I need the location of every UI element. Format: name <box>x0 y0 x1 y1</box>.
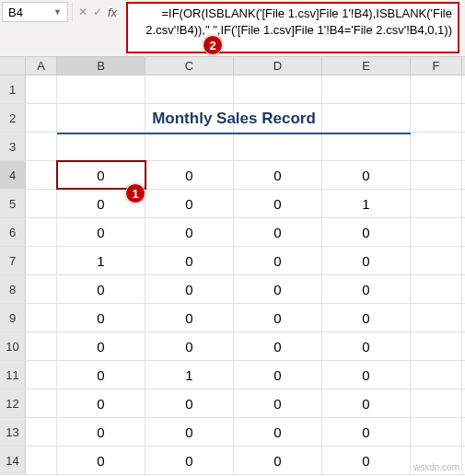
cell-E13[interactable]: 0 <box>322 418 411 446</box>
cell-B12[interactable]: 0 <box>57 389 145 417</box>
cell-E7[interactable]: 0 <box>322 247 411 274</box>
cell-A13[interactable] <box>26 418 57 446</box>
cell-F2[interactable] <box>411 104 462 132</box>
cell-C13[interactable]: 0 <box>145 418 234 446</box>
row-header[interactable]: 2 <box>0 104 26 132</box>
cancel-icon[interactable]: ✕ <box>78 6 87 18</box>
cell-A8[interactable] <box>26 275 57 303</box>
cell-C4[interactable]: 0 <box>145 161 234 189</box>
chevron-down-icon[interactable]: ▼ <box>53 7 62 17</box>
col-header-F[interactable]: F <box>411 57 462 75</box>
fx-icon[interactable]: fx <box>108 6 117 19</box>
cell-A6[interactable] <box>26 218 57 246</box>
cell-E9[interactable]: 0 <box>322 304 411 331</box>
row-header[interactable]: 9 <box>0 304 26 331</box>
cell-E4[interactable]: 0 <box>322 161 411 189</box>
cell-C9[interactable]: 0 <box>145 304 234 331</box>
cell-F3[interactable] <box>411 133 462 160</box>
enter-icon[interactable]: ✓ <box>93 6 102 18</box>
row-header[interactable]: 8 <box>0 275 26 303</box>
cell-D1[interactable] <box>234 75 322 103</box>
cell-B9[interactable]: 0 <box>57 304 145 331</box>
cell-F10[interactable] <box>411 332 462 360</box>
cell-F1[interactable] <box>411 75 462 103</box>
cell-B11[interactable]: 0 <box>57 361 145 389</box>
cell-A5[interactable] <box>26 190 57 217</box>
cell-D5[interactable]: 0 <box>234 190 322 217</box>
cell-D11[interactable]: 0 <box>234 361 322 389</box>
cell-D3[interactable] <box>234 133 322 160</box>
col-header-A[interactable]: A <box>26 57 57 75</box>
cell-C14[interactable]: 0 <box>145 447 234 474</box>
cell-A9[interactable] <box>26 304 57 331</box>
cell-A7[interactable] <box>26 247 57 274</box>
cell-C10[interactable]: 0 <box>145 332 234 360</box>
cell-B10[interactable]: 0 <box>57 332 145 360</box>
cell-C11[interactable]: 1 <box>145 361 234 389</box>
cell-A3[interactable] <box>26 133 57 160</box>
cell-B6[interactable]: 0 <box>57 218 145 246</box>
col-header-D[interactable]: D <box>234 57 322 75</box>
cell-E10[interactable]: 0 <box>322 332 411 360</box>
cell-F8[interactable] <box>411 275 462 303</box>
cell-A1[interactable] <box>26 75 57 103</box>
cell-E3[interactable] <box>322 133 411 160</box>
cell-D7[interactable]: 0 <box>234 247 322 274</box>
row-header[interactable]: 13 <box>0 418 26 446</box>
cell-D10[interactable]: 0 <box>234 332 322 360</box>
cell-D13[interactable]: 0 <box>234 418 322 446</box>
cell-F11[interactable] <box>411 361 462 389</box>
cell-F13[interactable] <box>411 418 462 446</box>
cell-E5[interactable]: 1 <box>322 190 411 217</box>
row-header[interactable]: 12 <box>0 389 26 417</box>
cell-C5[interactable]: 0 <box>145 190 234 217</box>
cell-F12[interactable] <box>411 389 462 417</box>
cell-D4[interactable]: 0 <box>234 161 322 189</box>
cell-A2[interactable] <box>26 104 57 132</box>
cell-F5[interactable] <box>411 190 462 217</box>
cell-C2[interactable] <box>145 104 234 132</box>
cell-E1[interactable] <box>322 75 411 103</box>
cell-D14[interactable]: 0 <box>234 447 322 474</box>
cell-B7[interactable]: 1 <box>57 247 145 274</box>
cell-D9[interactable]: 0 <box>234 304 322 331</box>
row-header[interactable]: 4 <box>0 161 26 189</box>
row-header[interactable]: 10 <box>0 332 26 360</box>
cell-A10[interactable] <box>26 332 57 360</box>
cell-E12[interactable]: 0 <box>322 389 411 417</box>
row-header[interactable]: 14 <box>0 447 26 474</box>
cell-C7[interactable]: 0 <box>145 247 234 274</box>
cell-F9[interactable] <box>411 304 462 331</box>
row-header[interactable]: 11 <box>0 361 26 389</box>
row-header[interactable]: 7 <box>0 247 26 274</box>
col-header-B[interactable]: B <box>57 57 145 75</box>
cell-A12[interactable] <box>26 389 57 417</box>
cell-B1[interactable] <box>57 75 145 103</box>
cell-B3[interactable] <box>57 133 145 160</box>
cell-E6[interactable]: 0 <box>322 218 411 246</box>
cell-E8[interactable]: 0 <box>322 275 411 303</box>
cell-E11[interactable]: 0 <box>322 361 411 389</box>
row-header[interactable]: 6 <box>0 218 26 246</box>
cell-B14[interactable]: 0 <box>57 447 145 474</box>
cell-B8[interactable]: 0 <box>57 275 145 303</box>
cell-F7[interactable] <box>411 247 462 274</box>
row-header[interactable]: 1 <box>0 75 26 103</box>
cell-C8[interactable]: 0 <box>145 275 234 303</box>
cell-B2[interactable] <box>57 104 145 132</box>
cell-D12[interactable]: 0 <box>234 389 322 417</box>
cell-B13[interactable]: 0 <box>57 418 145 446</box>
row-header[interactable]: 3 <box>0 133 26 160</box>
spreadsheet-grid[interactable]: A B C D E F 1234000050001600007100080000… <box>0 57 465 475</box>
formula-input[interactable]: =IF(OR(ISBLANK('[File 1.csv]File 1'!B4),… <box>126 2 459 53</box>
cell-F4[interactable] <box>411 161 462 189</box>
cell-D6[interactable]: 0 <box>234 218 322 246</box>
cell-A11[interactable] <box>26 361 57 389</box>
cell-F6[interactable] <box>411 218 462 246</box>
cell-E2[interactable] <box>322 104 411 132</box>
col-header-C[interactable]: C <box>145 57 234 75</box>
cell-A14[interactable] <box>26 447 57 474</box>
cell-A4[interactable] <box>26 161 57 189</box>
col-header-E[interactable]: E <box>322 57 411 75</box>
cell-C6[interactable]: 0 <box>145 218 234 246</box>
